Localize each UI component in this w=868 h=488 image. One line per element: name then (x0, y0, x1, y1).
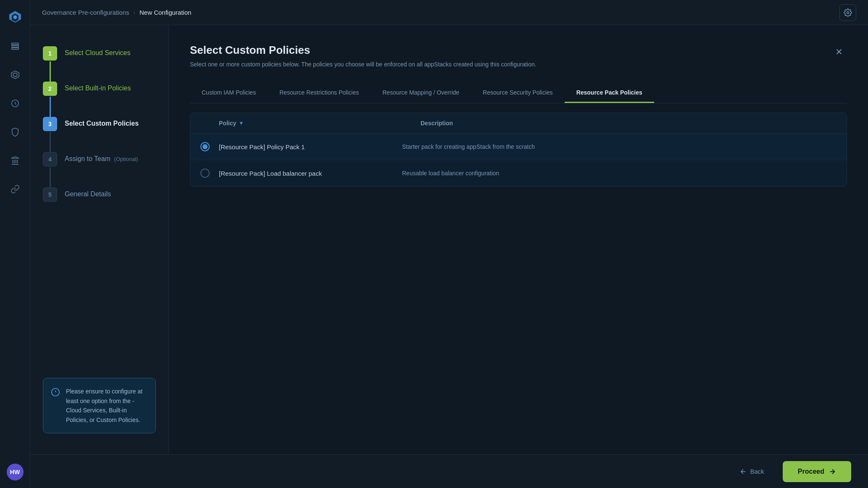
settings-button[interactable] (839, 4, 856, 21)
sidebar: HW (0, 0, 30, 488)
policy-name-1: [Resource Pack] Policy Pack 1 (219, 143, 402, 150)
sidebar-icon-layers[interactable] (7, 38, 24, 55)
panel-header: Select Custom Policies Select one or mor… (190, 44, 847, 69)
tab-resource-mapping[interactable]: Resource Mapping / Override (371, 83, 471, 103)
radio-button-2[interactable] (200, 169, 210, 178)
policy-desc-1: Starter pack for creating appStack from … (402, 143, 836, 150)
tab-resource-pack[interactable]: Resource Pack Policies (565, 83, 654, 103)
svg-marker-8 (11, 157, 18, 158)
step-3-number: 3 (43, 117, 57, 131)
step-5: 5 General Details (43, 187, 156, 202)
step-4-number: 4 (43, 152, 57, 166)
step-4-row: 4 Assign to Team (Optional) (43, 152, 156, 187)
panel-subtitle: Select one or more custom policies below… (190, 60, 537, 69)
step-3-label[interactable]: Select Custom Policies (65, 117, 139, 128)
step-5-label[interactable]: General Details (65, 187, 111, 199)
tab-resource-restrictions[interactable]: Resource Restrictions Policies (268, 83, 371, 103)
sidebar-icon-shield[interactable] (7, 124, 24, 140)
tab-custom-iam[interactable]: Custom IAM Policies (190, 83, 268, 103)
step-1-number: 1 (43, 46, 57, 61)
radio-button-1[interactable] (200, 142, 210, 151)
svg-rect-0 (11, 43, 18, 45)
step-5-number: 5 (43, 187, 57, 202)
main-area: Governance Pre-configurations › New Conf… (30, 0, 868, 488)
step-1-connector (50, 61, 51, 82)
breadcrumb-current: New Configuration (139, 9, 191, 16)
close-button[interactable] (831, 44, 847, 60)
steps-panel: 1 Select Cloud Services 2 Select (30, 25, 169, 454)
panel-title: Select Custom Policies (190, 44, 537, 57)
svg-rect-1 (11, 45, 18, 47)
radio-col-2 (200, 169, 219, 178)
step-4-connector (50, 167, 51, 188)
sort-icon: ▼ (239, 120, 244, 126)
panel-title-area: Select Custom Policies Select one or mor… (190, 44, 537, 69)
bottom-bar: Back Proceed (30, 454, 868, 488)
policy-tabs: Custom IAM Policies Resource Restriction… (190, 83, 847, 103)
back-button[interactable]: Back (728, 462, 776, 481)
col-description-header: Description (421, 120, 836, 127)
step-2-number: 2 (43, 82, 57, 96)
step-5-row: 5 General Details (43, 187, 156, 202)
step-1-row: 1 Select Cloud Services (43, 46, 156, 82)
step-4: 4 Assign to Team (Optional) (43, 152, 156, 166)
info-box: Please ensure to configure at least one … (43, 378, 156, 433)
info-icon (51, 388, 60, 398)
step-2-row: 2 Select Built-in Policies (43, 82, 156, 117)
step-3-row: 3 Select Custom Policies (43, 117, 156, 152)
sidebar-icon-hexagon[interactable] (7, 95, 24, 112)
tab-resource-security[interactable]: Resource Security Policies (471, 83, 565, 103)
breadcrumb: Governance Pre-configurations › New Conf… (42, 9, 191, 16)
step-4-optional: (Optional) (114, 156, 138, 162)
policy-table: Policy ▼ Description [Resource Pack] Pol… (190, 113, 847, 187)
sidebar-icon-layers2[interactable] (7, 66, 24, 83)
step-2: 2 Select Built-in Policies (43, 82, 156, 96)
step-1-label[interactable]: Select Cloud Services (65, 46, 131, 58)
step-4-label[interactable]: Assign to Team (Optional) (65, 152, 138, 164)
svg-marker-4 (13, 73, 17, 76)
topbar: Governance Pre-configurations › New Conf… (30, 0, 868, 25)
step-1: 1 Select Cloud Services (43, 46, 156, 61)
policy-desc-2: Reusable load balancer configuration (402, 170, 836, 177)
app-logo (6, 8, 24, 26)
breadcrumb-separator: › (134, 9, 135, 16)
table-header: Policy ▼ Description (190, 113, 847, 134)
main-panel: Select Custom Policies Select one or mor… (169, 25, 868, 454)
info-box-text: Please ensure to configure at least one … (66, 387, 148, 425)
svg-marker-3 (11, 71, 18, 79)
svg-rect-2 (11, 48, 18, 50)
sidebar-icon-bank[interactable] (7, 152, 24, 169)
table-row[interactable]: [Resource Pack] Policy Pack 1 Starter pa… (190, 134, 847, 160)
breadcrumb-parent[interactable]: Governance Pre-configurations (42, 9, 129, 16)
step-2-connector (50, 97, 51, 118)
sidebar-icon-link[interactable] (7, 181, 24, 198)
table-row[interactable]: [Resource Pack] Load balancer pack Reusa… (190, 160, 847, 186)
radio-col-1 (200, 142, 219, 151)
proceed-button[interactable]: Proceed (783, 461, 851, 482)
svg-point-13 (847, 11, 849, 13)
content-area: 1 Select Cloud Services 2 Select (30, 25, 868, 454)
step-2-label[interactable]: Select Built-in Policies (65, 82, 131, 93)
policy-name-2: [Resource Pack] Load balancer pack (219, 170, 402, 177)
col-policy-header: Policy ▼ (219, 120, 421, 127)
step-3: 3 Select Custom Policies (43, 117, 156, 131)
step-3-connector (50, 132, 51, 153)
user-avatar[interactable]: HW (7, 464, 24, 480)
